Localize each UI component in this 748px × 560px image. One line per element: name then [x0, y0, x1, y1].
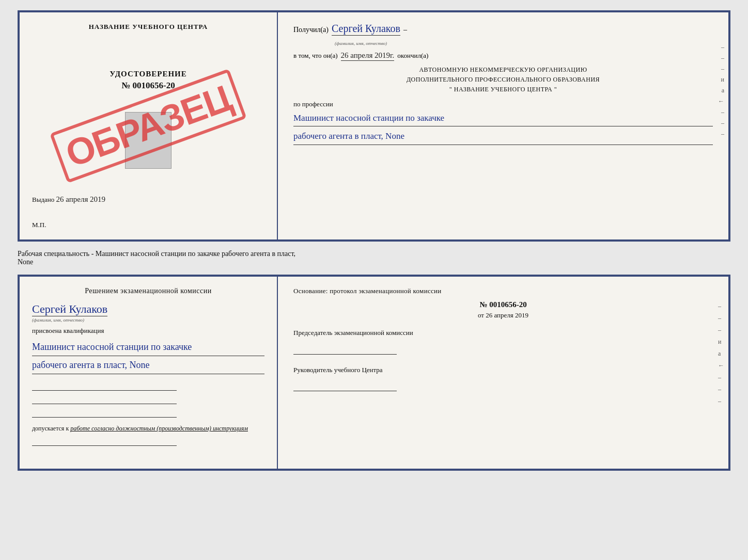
- vydano-line: Выдано 26 апреля 2019: [32, 195, 264, 204]
- udostoverenie-num: № 0010656-20: [32, 81, 264, 91]
- predsedatel-label: Председатель экзаменационной комиссии: [293, 328, 713, 338]
- photo-placeholder: [125, 112, 172, 169]
- kvalif-hand-2: рабочего агента в пласт, None: [32, 356, 264, 374]
- mp-line: М.П.: [32, 221, 264, 229]
- vydano-label: Выдано: [32, 196, 54, 203]
- rukovoditel: Руководитель учебного Центра: [293, 365, 713, 392]
- bottom-doc-right: – – – и а ← – – – Основание: протокол эк…: [278, 277, 728, 469]
- dash-r2: –: [721, 54, 724, 62]
- poluchil-line: Получил(а) Сергей Кулаков –: [293, 23, 713, 36]
- b-dash-r-arr: ←: [718, 362, 724, 370]
- po-professii: по профессии: [293, 100, 713, 108]
- predsedatel: Председатель экзаменационной комиссии: [293, 328, 713, 355]
- top-doc-left: НАЗВАНИЕ УЧЕБНОГО ЦЕНТРА ОБРАЗЕЦ УДОСТОВ…: [20, 12, 278, 239]
- b-dash-r5: –: [718, 386, 724, 393]
- b-dash-r3: –: [718, 326, 724, 334]
- dopusk-label: допускается к: [32, 425, 69, 432]
- protokol-date: от 26 апреля 2019: [293, 311, 713, 319]
- bottom-name-hand: Сергей Кулаков: [32, 302, 107, 316]
- rukovoditel-label: Руководитель учебного Центра: [293, 365, 713, 375]
- b-dash-r-a: а: [718, 350, 724, 358]
- dash-r-a: а: [722, 87, 724, 94]
- b-dash-r1: –: [718, 302, 724, 310]
- top-document: НАЗВАНИЕ УЧЕБНОГО ЦЕНТРА ОБРАЗЕЦ УДОСТОВ…: [18, 10, 730, 242]
- protokol-num: № 0010656-20: [293, 300, 713, 309]
- resheniem: Решением экзаменационной комиссии: [32, 287, 264, 295]
- org-line1: АВТОНОМНУЮ НЕКОММЕРЧЕСКУЮ ОРГАНИЗАЦИЮ: [293, 65, 713, 75]
- udostoverenie-title: УДОСТОВЕРЕНИЕ: [32, 70, 264, 78]
- b-dash-r6: –: [718, 397, 724, 405]
- middle-text: Рабочая специальность - Машинист насосно…: [18, 248, 730, 268]
- kvalif-hand-1: Машинист насосной станции по закачке: [32, 338, 264, 356]
- poluchil-label: Получил(а): [293, 26, 329, 34]
- dash-r6: –: [721, 130, 724, 138]
- dash-r-arr: ←: [718, 98, 724, 105]
- dash-r1: –: [721, 43, 724, 51]
- center-title-top: НАЗВАНИЕ УЧЕБНОГО ЦЕНТРА: [32, 23, 264, 31]
- profession-hand-2: рабочего агента в пласт, None: [293, 129, 713, 145]
- dash-r3: –: [721, 65, 724, 73]
- bottom-right-dashes: – – – и а ← – – –: [718, 302, 724, 405]
- protokol-ot: от: [478, 311, 484, 319]
- bottom-doc-left: Решением экзаменационной комиссии Сергей…: [20, 277, 278, 469]
- b-dash-r2: –: [718, 314, 724, 322]
- dash-r-i: и: [721, 76, 724, 84]
- bottom-fio-sub: (фамилия, имя, отчество): [32, 317, 264, 323]
- b-dash-r-i: и: [718, 338, 724, 346]
- dopusk-italic: работе согласно должностным (производств…: [70, 425, 248, 432]
- profession-hand-1: Машинист насосной станции по закачке: [293, 110, 713, 127]
- vtom-line: в том, что он(а) 26 апреля 2019г. окончи…: [293, 51, 713, 61]
- poluchil-name: Сергей Кулаков: [332, 23, 400, 36]
- middle-line2: None: [18, 258, 730, 266]
- vtom-label: в том, что он(а): [293, 52, 338, 60]
- poluchil-sub: (фамилия, имя, отчество): [335, 41, 387, 46]
- dopuskaetsya: допускается к работе согласно должностны…: [32, 425, 264, 433]
- org-line2: ДОПОЛНИТЕЛЬНОГО ПРОФЕССИОНАЛЬНОГО ОБРАЗО…: [293, 75, 713, 85]
- okonchil-label: окончил(а): [397, 52, 428, 60]
- middle-line1: Рабочая специальность - Машинист насосно…: [18, 250, 730, 258]
- protokol-date-val: 26 апреля 2019: [486, 311, 528, 319]
- prisvoyena: присвоена квалификация: [32, 327, 264, 335]
- udostoverenie-block: УДОСТОВЕРЕНИЕ № 0010656-20: [32, 70, 264, 91]
- b-dash-r4: –: [718, 374, 724, 381]
- vydano-date: 26 апреля 2019: [56, 195, 106, 203]
- top-doc-right: – – – и а ← – – – Получил(а) Сергей Кула…: [278, 12, 728, 239]
- right-dashes: – – – и а ← – – –: [718, 43, 724, 138]
- dash-after-name: –: [403, 26, 407, 34]
- bottom-document: Решением экзаменационной комиссии Сергей…: [18, 275, 730, 471]
- dash-r5: –: [721, 119, 724, 127]
- vtom-date: 26 апреля 2019г.: [341, 51, 395, 61]
- dash-r4: –: [721, 108, 724, 116]
- org-block: АВТОНОМНУЮ НЕКОММЕРЧЕСКУЮ ОРГАНИЗАЦИЮ ДО…: [293, 65, 713, 95]
- osnovanie: Основание: протокол экзаменационной коми…: [293, 287, 713, 295]
- org-line3: " НАЗВАНИЕ УЧЕБНОГО ЦЕНТРА ": [293, 85, 713, 94]
